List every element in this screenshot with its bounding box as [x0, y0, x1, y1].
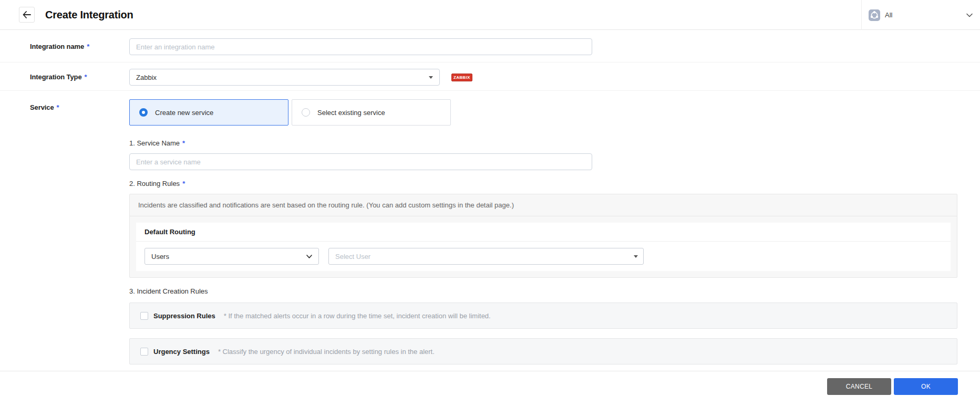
routing-rules-box: Incidents are classified and notificatio…	[129, 194, 957, 278]
urgency-settings-note: * Classify the urgency of individual inc…	[218, 348, 435, 356]
suppression-rules-title: Suppression Rules	[153, 312, 215, 320]
page-header: Create Integration All	[0, 0, 980, 30]
select-user-input[interactable]	[328, 248, 644, 265]
suppression-rules-box: Suppression Rules * If the matched alert…	[129, 303, 957, 329]
routing-rules-label: 2. Routing Rules*	[129, 180, 957, 187]
chevron-down-icon[interactable]	[966, 13, 973, 17]
service-name-input[interactable]	[129, 153, 592, 170]
integration-type-row: Integration Type* Zabbix ZABBIX	[0, 62, 980, 91]
routing-rules-info: Incidents are classified and notificatio…	[130, 194, 957, 216]
service-row: Service* Create new service Select exist…	[0, 91, 980, 364]
integration-type-field: Zabbix ZABBIX	[129, 69, 472, 86]
caret-down-icon[interactable]	[634, 255, 638, 258]
required-asterisk: *	[182, 180, 185, 187]
suppression-rules-checkbox[interactable]	[140, 312, 148, 320]
urgency-settings-title: Urgency Settings	[153, 348, 210, 356]
default-routing-wrap: Default Routing Users	[130, 216, 957, 277]
required-asterisk: *	[57, 103, 59, 111]
routing-target-combo	[328, 248, 644, 265]
default-routing-title: Default Routing	[136, 223, 951, 242]
back-button[interactable]	[19, 7, 35, 23]
scope-selector[interactable]: All	[861, 0, 980, 30]
integration-type-dropdown[interactable]: Zabbix	[129, 69, 440, 86]
service-name-label: 1. Service Name*	[129, 139, 957, 147]
required-asterisk: *	[182, 139, 185, 147]
default-routing-panel: Default Routing Users	[136, 223, 951, 271]
service-option-cards: Create new service Select existing servi…	[129, 99, 957, 126]
integration-name-input[interactable]	[129, 38, 592, 55]
arrow-left-icon	[23, 11, 31, 18]
routing-target-type-select[interactable]: Users	[145, 248, 319, 265]
integration-name-label: Integration name*	[30, 38, 129, 55]
required-asterisk: *	[85, 73, 87, 81]
required-asterisk: *	[87, 43, 89, 50]
zabbix-badge: ZABBIX	[451, 74, 472, 81]
create-new-service-option[interactable]: Create new service	[129, 99, 288, 126]
select-existing-service-option[interactable]: Select existing service	[292, 99, 451, 126]
page-title: Create Integration	[45, 9, 133, 21]
suppression-rules-note: * If the matched alerts occur in a row d…	[224, 312, 491, 320]
integration-name-row: Integration name*	[0, 30, 980, 62]
service-column: Create new service Select existing servi…	[129, 99, 957, 364]
select-existing-service-label: Select existing service	[317, 109, 385, 117]
scope-label: All	[885, 11, 892, 19]
cancel-button[interactable]: CANCEL	[827, 378, 891, 395]
urgency-settings-checkbox[interactable]	[140, 348, 148, 356]
radio-unselected-icon	[302, 108, 310, 117]
incident-creation-rules-label: 3. Incident Creation Rules	[129, 287, 957, 295]
urgency-settings-box: Urgency Settings * Classify the urgency …	[129, 338, 957, 364]
create-new-service-label: Create new service	[155, 109, 213, 117]
footer-actions: CANCEL OK	[0, 371, 980, 395]
integration-type-label: Integration Type*	[30, 69, 129, 86]
caret-down-icon	[429, 76, 433, 79]
integration-type-value: Zabbix	[136, 74, 157, 81]
default-routing-body: Users	[136, 242, 951, 271]
chevron-down-icon	[306, 255, 312, 258]
radio-selected-icon	[139, 108, 148, 117]
team-icon	[869, 9, 880, 21]
service-label: Service*	[30, 99, 129, 364]
routing-target-type-value: Users	[151, 253, 169, 260]
ok-button[interactable]: OK	[894, 378, 958, 395]
